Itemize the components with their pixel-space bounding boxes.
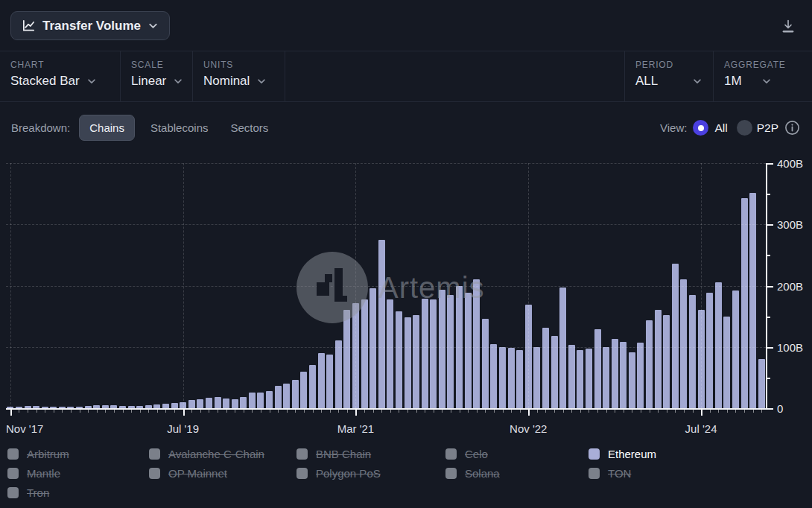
bar-ethereum[interactable]	[145, 405, 152, 408]
bar-ethereum[interactable]	[153, 404, 160, 408]
bar-ethereum[interactable]	[508, 348, 515, 408]
legend-item-bnb-chain[interactable]: BNB Chain	[296, 448, 445, 460]
bar-ethereum[interactable]	[223, 399, 229, 408]
bar-ethereum[interactable]	[361, 299, 368, 408]
bar-ethereum[interactable]	[732, 290, 739, 408]
bar-ethereum[interactable]	[706, 293, 713, 408]
bar-ethereum[interactable]	[629, 352, 635, 408]
bar-ethereum[interactable]	[396, 311, 402, 408]
bar-ethereum[interactable]	[93, 405, 100, 408]
view-radio-p2p[interactable]	[737, 120, 752, 136]
bar-ethereum[interactable]	[232, 399, 238, 408]
control-scale[interactable]: SCALE Linear	[121, 51, 193, 101]
bar-ethereum[interactable]	[516, 350, 523, 408]
legend-item-mantle[interactable]: Mantle	[7, 467, 149, 480]
bar-ethereum[interactable]	[67, 407, 74, 409]
bar-ethereum[interactable]	[542, 328, 549, 408]
bar-ethereum[interactable]	[275, 386, 282, 408]
bar-ethereum[interactable]	[369, 288, 376, 408]
bar-ethereum[interactable]	[42, 407, 48, 409]
bar-ethereum[interactable]	[300, 372, 307, 408]
legend-item-ethereum[interactable]: Ethereum	[589, 448, 808, 460]
legend-item-avalanche-c-chain[interactable]: Avalanche C-Chain	[149, 448, 296, 460]
legend-item-ton[interactable]: TON	[589, 467, 808, 480]
bar-ethereum[interactable]	[309, 365, 316, 408]
bar-ethereum[interactable]	[25, 406, 31, 408]
bar-ethereum[interactable]	[559, 288, 566, 408]
bar-ethereum[interactable]	[612, 339, 618, 408]
bar-ethereum[interactable]	[206, 398, 212, 408]
download-button[interactable]	[778, 16, 799, 36]
bar-ethereum[interactable]	[76, 407, 83, 409]
bar-ethereum[interactable]	[292, 380, 299, 408]
bar-ethereum[interactable]	[620, 342, 627, 408]
bar-ethereum[interactable]	[603, 347, 609, 408]
control-aggregate[interactable]: AGGREGATE 1M	[713, 51, 812, 101]
bar-ethereum[interactable]	[16, 407, 22, 409]
bar-ethereum[interactable]	[128, 406, 135, 408]
bar-ethereum[interactable]	[473, 279, 480, 409]
bar-ethereum[interactable]	[335, 340, 342, 408]
bar-ethereum[interactable]	[586, 349, 592, 408]
bar-ethereum[interactable]	[85, 406, 92, 408]
breakdown-tab-stablecoins[interactable]: Stablecoins	[141, 115, 218, 140]
bar-ethereum[interactable]	[430, 299, 437, 408]
legend-item-celo[interactable]: Celo	[445, 448, 589, 460]
bar-ethereum[interactable]	[490, 344, 497, 408]
bar-ethereum[interactable]	[655, 310, 662, 408]
bar-ethereum[interactable]	[119, 406, 126, 408]
bar-ethereum[interactable]	[663, 315, 670, 408]
bar-ethereum[interactable]	[59, 407, 66, 409]
bar-ethereum[interactable]	[680, 279, 687, 408]
bar-ethereum[interactable]	[741, 198, 748, 408]
bar-ethereum[interactable]	[422, 299, 428, 408]
bar-ethereum[interactable]	[102, 405, 109, 408]
bar-ethereum[interactable]	[136, 406, 143, 408]
bar-ethereum[interactable]	[405, 317, 411, 408]
bar-ethereum[interactable]	[378, 240, 385, 408]
control-period[interactable]: PERIOD ALL	[624, 51, 713, 101]
bar-ethereum[interactable]	[758, 359, 765, 408]
legend-item-arbitrum[interactable]: Arbitrum	[7, 448, 149, 460]
bar-ethereum[interactable]	[465, 293, 472, 408]
bar-ethereum[interactable]	[594, 329, 601, 408]
bar-ethereum[interactable]	[499, 347, 506, 408]
breakdown-tab-chains[interactable]: Chains	[79, 115, 135, 141]
bar-ethereum[interactable]	[533, 347, 540, 408]
bar-ethereum[interactable]	[413, 315, 419, 408]
bar-ethereum[interactable]	[646, 320, 653, 408]
breakdown-tab-sectors[interactable]: Sectors	[221, 115, 278, 140]
bar-ethereum[interactable]	[257, 393, 264, 408]
bar-ethereum[interactable]	[343, 310, 350, 408]
bar-ethereum[interactable]	[50, 407, 57, 409]
bar-ethereum[interactable]	[577, 350, 583, 408]
bar-ethereum[interactable]	[637, 343, 644, 408]
control-chart-type[interactable]: CHART Stacked Bar	[0, 51, 121, 101]
bar-ethereum[interactable]	[387, 299, 393, 408]
bar-ethereum[interactable]	[715, 282, 722, 408]
legend-item-tron[interactable]: Tron	[7, 486, 149, 499]
bar-ethereum[interactable]	[171, 403, 178, 408]
bar-ethereum[interactable]	[188, 400, 195, 408]
metric-selector-button[interactable]: Transfer Volume	[10, 11, 170, 40]
bar-ethereum[interactable]	[249, 393, 256, 408]
bar-ethereum[interactable]	[568, 345, 575, 408]
bar-ethereum[interactable]	[162, 404, 169, 408]
bar-ethereum[interactable]	[110, 405, 117, 408]
bar-ethereum[interactable]	[689, 295, 696, 408]
bar-ethereum[interactable]	[240, 397, 247, 408]
bar-ethereum[interactable]	[447, 295, 454, 408]
bar-ethereum[interactable]	[723, 317, 730, 408]
legend-item-solana[interactable]: Solana	[445, 467, 589, 480]
bar-ethereum[interactable]	[318, 353, 325, 408]
bar-ethereum[interactable]	[283, 384, 290, 408]
legend-item-polygon-pos[interactable]: Polygon PoS	[296, 467, 445, 480]
bar-ethereum[interactable]	[326, 355, 333, 408]
bar-ethereum[interactable]	[266, 391, 273, 408]
info-icon[interactable]	[784, 120, 800, 136]
view-radio-all[interactable]	[693, 120, 708, 136]
bar-ethereum[interactable]	[215, 397, 221, 408]
control-units[interactable]: UNITS Nominal	[193, 51, 285, 101]
bar-ethereum[interactable]	[33, 406, 39, 408]
bar-ethereum[interactable]	[439, 290, 445, 408]
